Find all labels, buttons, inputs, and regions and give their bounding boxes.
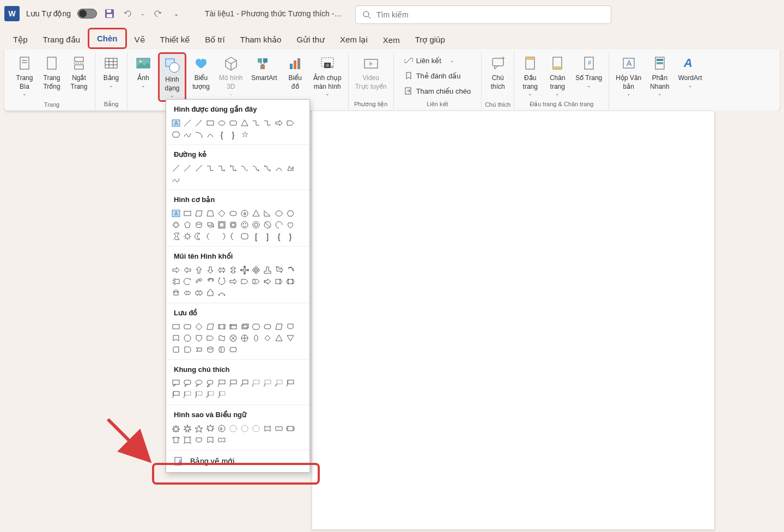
shape-line2[interactable] bbox=[182, 163, 193, 174]
shape-b33[interactable]: } bbox=[285, 231, 296, 242]
shape-star[interactable]: ☆ bbox=[239, 129, 250, 140]
shape-right-arrow[interactable] bbox=[274, 118, 284, 129]
shape-a8[interactable] bbox=[251, 265, 262, 276]
shape-f13[interactable] bbox=[182, 333, 193, 344]
video-button[interactable]: Video Trực tuyến bbox=[352, 52, 390, 93]
shape-a26[interactable] bbox=[205, 288, 216, 298]
chart-button[interactable]: Biểu đồ bbox=[283, 52, 308, 93]
save-icon[interactable] bbox=[104, 8, 116, 20]
shape-a22[interactable] bbox=[285, 276, 296, 287]
shape-s13[interactable] bbox=[182, 435, 193, 445]
textbox-button[interactable]: A Hộp Văn bản⌄ bbox=[612, 52, 645, 99]
shape-b10[interactable] bbox=[274, 208, 284, 219]
shape-a10[interactable] bbox=[274, 265, 284, 276]
shape-b25[interactable] bbox=[193, 231, 204, 242]
shape-a11[interactable] bbox=[285, 265, 296, 276]
shape-hexagon[interactable] bbox=[171, 129, 181, 140]
shape-c16[interactable] bbox=[216, 389, 227, 400]
shape-b7[interactable]: 8 bbox=[239, 208, 250, 219]
page-break-button[interactable]: Ngắt Trang bbox=[66, 52, 92, 93]
shape-f12[interactable] bbox=[171, 333, 181, 344]
shape-line1[interactable] bbox=[171, 163, 181, 174]
shape-s8[interactable] bbox=[251, 423, 262, 434]
tab-layout[interactable]: Bố trí bbox=[197, 30, 233, 49]
shape-scribble2[interactable] bbox=[171, 174, 181, 185]
shape-a1[interactable] bbox=[171, 265, 181, 276]
shape-scribble[interactable] bbox=[182, 129, 193, 140]
cover-page-button[interactable]: Trang Bìa⌄ bbox=[12, 52, 37, 99]
shape-s1[interactable] bbox=[171, 423, 181, 434]
shape-f9[interactable] bbox=[262, 321, 273, 332]
shape-b22[interactable] bbox=[285, 219, 296, 230]
shape-oval[interactable] bbox=[216, 118, 227, 129]
shape-f19[interactable] bbox=[251, 333, 262, 344]
shape-c4[interactable] bbox=[205, 378, 216, 389]
shape-line[interactable] bbox=[182, 118, 193, 129]
autosave-toggle[interactable] bbox=[77, 9, 97, 19]
shape-f28[interactable] bbox=[228, 344, 239, 355]
quickparts-button[interactable]: Phần Nhanh⌄ bbox=[647, 52, 672, 99]
shape-b17[interactable] bbox=[228, 219, 239, 230]
shape-s12[interactable] bbox=[171, 435, 181, 445]
shape-c10[interactable] bbox=[274, 378, 284, 389]
wordart-button[interactable]: A WordArt⌄ bbox=[675, 52, 706, 90]
tab-references[interactable]: Tham khảo bbox=[233, 30, 289, 49]
shape-b2[interactable] bbox=[182, 208, 193, 219]
shape-f7[interactable] bbox=[239, 321, 250, 332]
shape-s6[interactable] bbox=[228, 423, 239, 434]
shape-b23[interactable] bbox=[171, 231, 181, 242]
shape-f11[interactable] bbox=[285, 321, 296, 332]
shape-c12[interactable] bbox=[171, 389, 181, 400]
shape-a20[interactable] bbox=[262, 276, 273, 287]
shape-f26[interactable] bbox=[205, 344, 216, 355]
shape-rect[interactable] bbox=[205, 118, 216, 129]
shape-arch[interactable] bbox=[205, 129, 216, 140]
shape-f21[interactable] bbox=[274, 333, 284, 344]
shape-s9[interactable] bbox=[262, 423, 273, 434]
shape-a27[interactable] bbox=[216, 288, 227, 298]
shape-a4[interactable] bbox=[205, 265, 216, 276]
shape-c3[interactable] bbox=[193, 378, 204, 389]
shape-b5[interactable] bbox=[216, 208, 227, 219]
document-page[interactable] bbox=[312, 111, 715, 530]
shape-textbox[interactable]: A bbox=[171, 118, 181, 129]
shape-pentagon-arrow[interactable] bbox=[285, 118, 296, 129]
tab-draw[interactable]: Vẽ bbox=[127, 30, 153, 49]
tab-file[interactable]: Tệp bbox=[5, 30, 35, 49]
shape-f1[interactable] bbox=[171, 321, 181, 332]
undo-dropdown[interactable]: ⌄ bbox=[141, 11, 145, 16]
shape-a3[interactable] bbox=[193, 265, 204, 276]
shape-a13[interactable] bbox=[182, 276, 193, 287]
new-drawing-canvas[interactable]: A Bảng vẽ mới bbox=[166, 450, 309, 472]
shape-s3[interactable] bbox=[193, 423, 204, 434]
shape-line3[interactable] bbox=[193, 163, 204, 174]
shape-f10[interactable] bbox=[274, 321, 284, 332]
shape-a9[interactable] bbox=[262, 265, 273, 276]
shape-c5[interactable] bbox=[216, 378, 227, 389]
shape-elbow-arrow[interactable] bbox=[262, 118, 273, 129]
shape-curve[interactable] bbox=[274, 163, 284, 174]
shape-f27[interactable] bbox=[216, 344, 227, 355]
shape-arrow-line[interactable] bbox=[193, 118, 204, 129]
shape-b24[interactable] bbox=[182, 231, 193, 242]
shape-c9[interactable] bbox=[262, 378, 273, 389]
shape-triangle[interactable] bbox=[239, 118, 250, 129]
shape-f15[interactable] bbox=[205, 333, 216, 344]
shape-f6[interactable] bbox=[228, 321, 239, 332]
shape-c1[interactable] bbox=[171, 378, 181, 389]
shape-line5[interactable] bbox=[216, 163, 227, 174]
shape-curve-r[interactable] bbox=[193, 129, 204, 140]
shape-b19[interactable] bbox=[251, 219, 262, 230]
shape-b11[interactable] bbox=[285, 208, 296, 219]
shape-c2[interactable] bbox=[182, 378, 193, 389]
shape-b20[interactable] bbox=[262, 219, 273, 230]
shape-a14[interactable] bbox=[193, 276, 204, 287]
icons-button[interactable]: Biểu tượng bbox=[189, 52, 214, 93]
shape-freeform[interactable] bbox=[285, 163, 296, 174]
shape-b29[interactable] bbox=[239, 231, 250, 242]
shape-b1[interactable]: A bbox=[171, 208, 181, 219]
shape-c7[interactable] bbox=[239, 378, 250, 389]
link-button[interactable]: Liên kết ⌄ bbox=[402, 54, 474, 66]
table-button[interactable]: Bảng⌄ bbox=[99, 52, 124, 90]
crossref-button[interactable]: Tham chiếu chéo bbox=[402, 85, 474, 97]
